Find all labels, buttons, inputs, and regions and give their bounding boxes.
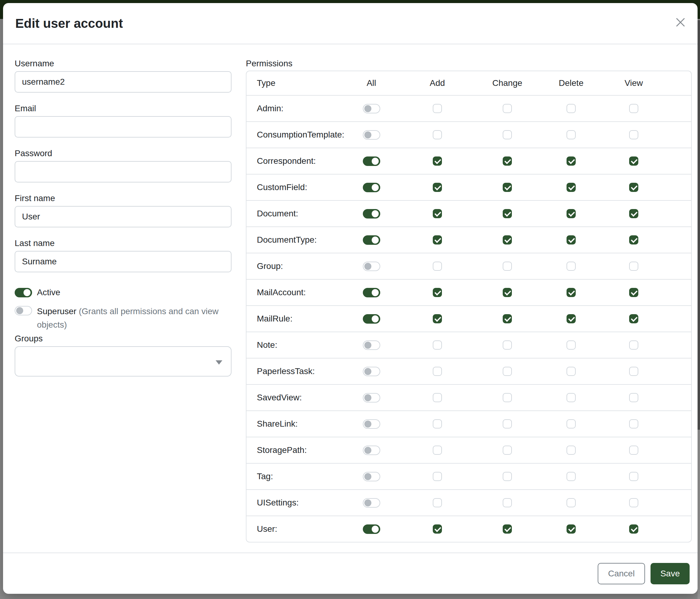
change-checkbox[interactable]	[503, 262, 512, 271]
all-toggle[interactable]	[363, 498, 380, 508]
change-checkbox[interactable]	[503, 367, 512, 376]
change-checkbox[interactable]	[503, 472, 512, 481]
delete-checkbox[interactable]	[567, 367, 576, 376]
permission-type-label: StoragePath:	[247, 445, 339, 455]
delete-checkbox[interactable]	[567, 340, 576, 350]
delete-checkbox[interactable]	[567, 183, 576, 192]
view-checkbox[interactable]	[629, 157, 638, 166]
view-checkbox[interactable]	[629, 340, 638, 350]
add-checkbox[interactable]	[433, 472, 442, 481]
add-checkbox[interactable]	[433, 419, 442, 429]
delete-checkbox[interactable]	[567, 235, 576, 244]
all-toggle[interactable]	[363, 524, 380, 534]
add-checkbox[interactable]	[433, 524, 442, 534]
password-input[interactable]	[15, 161, 231, 183]
first-name-input[interactable]	[15, 206, 231, 227]
all-toggle[interactable]	[363, 288, 380, 297]
add-checkbox[interactable]	[433, 340, 442, 350]
change-checkbox[interactable]	[503, 157, 512, 166]
add-checkbox[interactable]	[433, 235, 442, 244]
toggle-knob	[372, 237, 379, 244]
all-toggle[interactable]	[363, 446, 380, 455]
groups-select[interactable]	[15, 346, 231, 377]
delete-checkbox[interactable]	[567, 262, 576, 271]
change-checkbox[interactable]	[503, 419, 512, 429]
view-checkbox[interactable]	[629, 235, 638, 244]
username-input[interactable]	[15, 71, 231, 93]
add-checkbox[interactable]	[433, 157, 442, 166]
view-checkbox[interactable]	[629, 288, 638, 297]
page-scrollbar-thumb[interactable]	[698, 20, 700, 430]
permission-row: SavedView:	[247, 384, 691, 410]
change-checkbox[interactable]	[503, 288, 512, 297]
cancel-button[interactable]: Cancel	[598, 563, 645, 584]
add-checkbox[interactable]	[433, 393, 442, 402]
superuser-toggle[interactable]	[15, 306, 32, 315]
email-input[interactable]	[15, 116, 231, 138]
all-toggle[interactable]	[363, 393, 380, 403]
change-checkbox[interactable]	[503, 340, 512, 350]
all-toggle[interactable]	[363, 104, 380, 113]
close-button[interactable]	[672, 14, 689, 31]
view-checkbox[interactable]	[629, 524, 638, 534]
change-checkbox[interactable]	[503, 183, 512, 192]
change-checkbox[interactable]	[503, 446, 512, 455]
all-toggle[interactable]	[363, 157, 380, 166]
add-checkbox[interactable]	[433, 262, 442, 271]
change-checkbox[interactable]	[503, 104, 512, 113]
view-checkbox[interactable]	[629, 209, 638, 218]
all-toggle[interactable]	[363, 209, 380, 218]
view-checkbox[interactable]	[629, 446, 638, 455]
view-checkbox[interactable]	[629, 104, 638, 113]
add-checkbox[interactable]	[433, 498, 442, 507]
view-checkbox[interactable]	[629, 314, 638, 324]
all-toggle[interactable]	[363, 340, 380, 350]
delete-checkbox[interactable]	[567, 157, 576, 166]
all-toggle[interactable]	[363, 314, 380, 324]
delete-checkbox[interactable]	[567, 314, 576, 324]
view-checkbox[interactable]	[629, 130, 638, 139]
view-checkbox[interactable]	[629, 262, 638, 271]
add-checkbox[interactable]	[433, 183, 442, 192]
delete-checkbox[interactable]	[567, 209, 576, 218]
add-checkbox[interactable]	[433, 446, 442, 455]
add-checkbox[interactable]	[433, 130, 442, 139]
add-checkbox[interactable]	[433, 367, 442, 376]
delete-checkbox[interactable]	[567, 104, 576, 113]
active-toggle[interactable]	[15, 288, 32, 297]
save-button[interactable]: Save	[651, 563, 690, 584]
all-toggle[interactable]	[363, 183, 380, 192]
add-checkbox[interactable]	[433, 104, 442, 113]
add-checkbox[interactable]	[433, 288, 442, 297]
view-checkbox[interactable]	[629, 367, 638, 376]
change-checkbox[interactable]	[503, 498, 512, 507]
change-checkbox[interactable]	[503, 314, 512, 324]
add-checkbox[interactable]	[433, 209, 442, 218]
change-checkbox[interactable]	[503, 209, 512, 218]
all-toggle[interactable]	[363, 235, 380, 245]
delete-checkbox[interactable]	[567, 446, 576, 455]
change-checkbox[interactable]	[503, 130, 512, 139]
delete-checkbox[interactable]	[567, 524, 576, 534]
change-checkbox[interactable]	[503, 235, 512, 244]
all-toggle[interactable]	[363, 130, 380, 140]
view-checkbox[interactable]	[629, 183, 638, 192]
view-checkbox[interactable]	[629, 472, 638, 481]
view-checkbox[interactable]	[629, 498, 638, 507]
view-checkbox[interactable]	[629, 419, 638, 429]
delete-checkbox[interactable]	[567, 498, 576, 507]
change-checkbox[interactable]	[503, 524, 512, 534]
all-toggle[interactable]	[363, 367, 380, 376]
delete-checkbox[interactable]	[567, 472, 576, 481]
last-name-input[interactable]	[15, 251, 231, 272]
delete-checkbox[interactable]	[567, 130, 576, 139]
delete-checkbox[interactable]	[567, 393, 576, 402]
delete-checkbox[interactable]	[567, 288, 576, 297]
all-toggle[interactable]	[363, 262, 380, 271]
all-toggle[interactable]	[363, 472, 380, 481]
change-checkbox[interactable]	[503, 393, 512, 402]
all-toggle[interactable]	[363, 419, 380, 429]
view-checkbox[interactable]	[629, 393, 638, 402]
add-checkbox[interactable]	[433, 314, 442, 324]
delete-checkbox[interactable]	[567, 419, 576, 429]
